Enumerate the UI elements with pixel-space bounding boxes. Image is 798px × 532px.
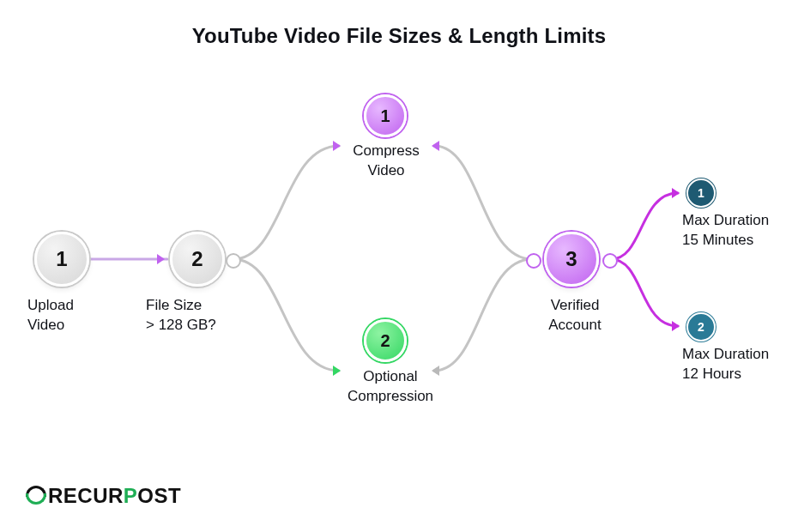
node-filesize-circle: 2 — [170, 232, 225, 287]
brand-logo: RECURPOST — [26, 484, 181, 508]
node-compress-label: CompressVideo — [343, 142, 429, 181]
node-verified-label: VerifiedAccount — [532, 296, 618, 336]
node-optional-label: OptionalCompression — [335, 367, 446, 407]
node-dur12-num: 2 — [698, 320, 704, 334]
node-dur12-label: Max Duration12 Hours — [682, 345, 794, 384]
node-filesize-label: File Size> 128 GB? — [146, 296, 249, 336]
port-filesize-out — [226, 253, 241, 269]
arrow-from-optional — [432, 366, 439, 376]
port-verified-out — [602, 253, 618, 269]
diagram-title: YouTube Video File Sizes & Length Limits — [0, 24, 798, 48]
port-verified-in — [526, 253, 541, 269]
node-optional-num: 2 — [380, 331, 390, 351]
node-compress-num: 1 — [380, 106, 390, 126]
node-upload-num: 1 — [56, 247, 67, 271]
node-filesize-num: 2 — [191, 247, 203, 271]
node-optional-circle: 2 — [364, 319, 407, 362]
node-dur15-circle: 1 — [686, 178, 716, 208]
node-compress-circle: 1 — [364, 94, 407, 137]
node-dur15-num: 1 — [698, 186, 704, 200]
node-dur12-circle: 2 — [686, 312, 716, 342]
logo-part2: P — [124, 484, 138, 507]
arrow-from-compress — [432, 141, 439, 151]
arrow-to-dur15 — [672, 188, 680, 198]
node-upload-label: UploadVideo — [27, 296, 113, 336]
recycle-icon — [26, 486, 45, 505]
arrow-to-filesize — [157, 254, 165, 264]
arrow-to-compress — [333, 141, 341, 151]
logo-part1: RECUR — [48, 484, 124, 507]
arrow-to-dur12 — [672, 321, 680, 331]
connector-layer — [0, 0, 798, 532]
node-verified-num: 3 — [565, 247, 577, 271]
node-verified-circle: 3 — [544, 232, 599, 287]
logo-part3: OST — [137, 484, 181, 507]
node-dur15-label: Max Duration15 Minutes — [682, 211, 794, 251]
node-upload-circle: 1 — [34, 232, 89, 287]
